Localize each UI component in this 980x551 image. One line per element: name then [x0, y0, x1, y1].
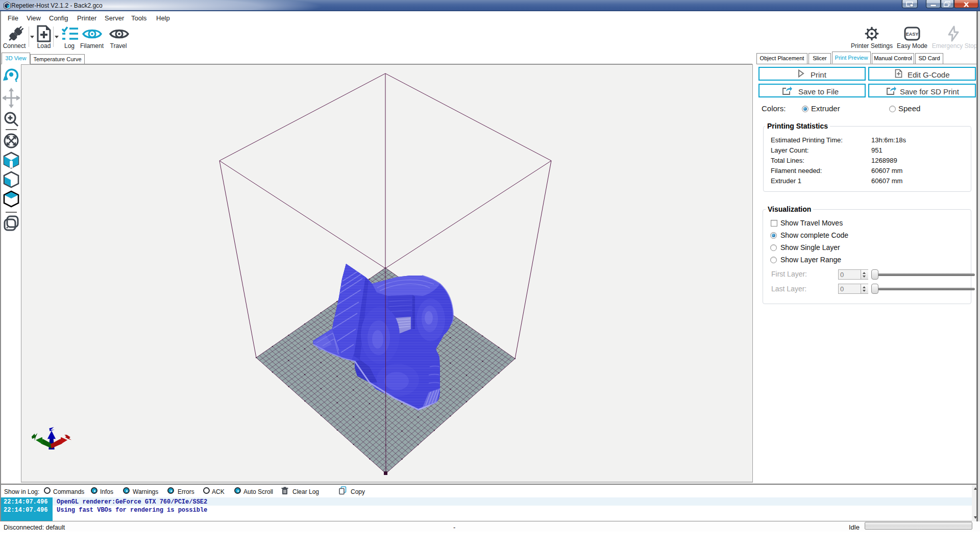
svg-text:EASY: EASY	[906, 32, 919, 37]
